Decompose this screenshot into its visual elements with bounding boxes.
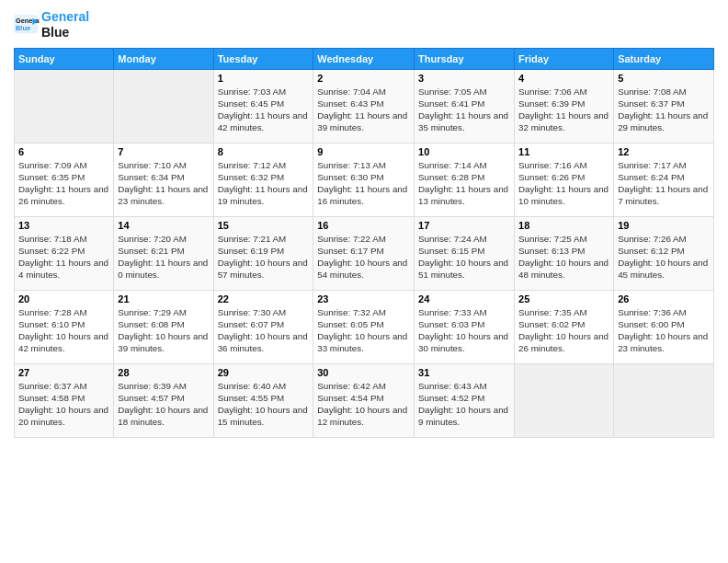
day-info: Sunrise: 7:28 AM Sunset: 6:10 PM Dayligh… — [18, 306, 109, 355]
page-header: General Blue GeneralBlue — [14, 9, 714, 40]
logo-icon: General Blue — [14, 15, 40, 35]
calendar-cell: 22Sunrise: 7:30 AM Sunset: 6:07 PM Dayli… — [213, 290, 313, 363]
weekday-header-sunday: Sunday — [15, 48, 114, 69]
weekday-header-row: SundayMondayTuesdayWednesdayThursdayFrid… — [15, 48, 714, 69]
calendar-cell: 28Sunrise: 6:39 AM Sunset: 4:57 PM Dayli… — [114, 363, 213, 437]
day-info: Sunrise: 6:37 AM Sunset: 4:58 PM Dayligh… — [18, 380, 109, 429]
calendar-cell — [15, 69, 114, 143]
day-info: Sunrise: 7:14 AM Sunset: 6:28 PM Dayligh… — [418, 159, 510, 208]
day-number: 31 — [418, 367, 510, 378]
day-number: 23 — [317, 293, 410, 304]
day-number: 26 — [618, 293, 710, 304]
calendar-cell: 31Sunrise: 6:43 AM Sunset: 4:52 PM Dayli… — [415, 363, 515, 437]
day-info: Sunrise: 7:16 AM Sunset: 6:26 PM Dayligh… — [518, 159, 609, 208]
weekday-header-wednesday: Wednesday — [313, 48, 415, 69]
calendar-cell: 20Sunrise: 7:28 AM Sunset: 6:10 PM Dayli… — [15, 290, 114, 363]
day-info: Sunrise: 7:04 AM Sunset: 6:43 PM Dayligh… — [317, 86, 410, 134]
calendar-cell: 3Sunrise: 7:05 AM Sunset: 6:41 PM Daylig… — [415, 69, 515, 143]
day-number: 10 — [418, 146, 510, 157]
calendar-table: SundayMondayTuesdayWednesdayThursdayFrid… — [14, 48, 714, 438]
day-info: Sunrise: 7:18 AM Sunset: 6:22 PM Dayligh… — [18, 233, 109, 282]
day-info: Sunrise: 7:21 AM Sunset: 6:19 PM Dayligh… — [218, 233, 310, 282]
day-info: Sunrise: 7:13 AM Sunset: 6:30 PM Dayligh… — [317, 159, 410, 208]
day-info: Sunrise: 7:30 AM Sunset: 6:07 PM Dayligh… — [218, 306, 310, 355]
weekday-header-tuesday: Tuesday — [213, 48, 313, 69]
calendar-cell: 26Sunrise: 7:36 AM Sunset: 6:00 PM Dayli… — [614, 290, 714, 363]
day-number: 25 — [518, 293, 609, 304]
day-number: 19 — [618, 220, 710, 231]
calendar-cell — [515, 363, 614, 437]
day-info: Sunrise: 7:09 AM Sunset: 6:35 PM Dayligh… — [18, 159, 109, 208]
calendar-cell: 5Sunrise: 7:08 AM Sunset: 6:37 PM Daylig… — [614, 69, 714, 143]
day-info: Sunrise: 7:25 AM Sunset: 6:13 PM Dayligh… — [518, 233, 609, 282]
day-number: 16 — [317, 220, 410, 231]
day-number: 24 — [418, 293, 510, 304]
calendar-cell: 19Sunrise: 7:26 AM Sunset: 6:12 PM Dayli… — [614, 216, 714, 290]
week-row-1: 1Sunrise: 7:03 AM Sunset: 6:45 PM Daylig… — [15, 69, 714, 143]
calendar-cell: 2Sunrise: 7:04 AM Sunset: 6:43 PM Daylig… — [313, 69, 415, 143]
day-number: 9 — [317, 146, 410, 157]
weekday-header-monday: Monday — [114, 48, 213, 69]
calendar-cell: 29Sunrise: 6:40 AM Sunset: 4:55 PM Dayli… — [213, 363, 313, 437]
day-info: Sunrise: 7:29 AM Sunset: 6:08 PM Dayligh… — [118, 306, 209, 355]
day-number: 18 — [518, 220, 609, 231]
day-info: Sunrise: 7:05 AM Sunset: 6:41 PM Dayligh… — [418, 86, 510, 134]
calendar-cell: 6Sunrise: 7:09 AM Sunset: 6:35 PM Daylig… — [15, 143, 114, 216]
calendar-cell: 7Sunrise: 7:10 AM Sunset: 6:34 PM Daylig… — [114, 143, 213, 216]
week-row-4: 20Sunrise: 7:28 AM Sunset: 6:10 PM Dayli… — [15, 290, 714, 363]
calendar-cell — [114, 69, 213, 143]
day-number: 4 — [518, 73, 609, 84]
calendar-cell: 21Sunrise: 7:29 AM Sunset: 6:08 PM Dayli… — [114, 290, 213, 363]
logo-text: GeneralBlue — [41, 9, 89, 40]
calendar-cell — [614, 363, 714, 437]
calendar-cell: 14Sunrise: 7:20 AM Sunset: 6:21 PM Dayli… — [114, 216, 213, 290]
calendar-cell: 12Sunrise: 7:17 AM Sunset: 6:24 PM Dayli… — [614, 143, 714, 216]
day-number: 5 — [618, 73, 710, 84]
day-number: 2 — [317, 73, 410, 84]
calendar-cell: 16Sunrise: 7:22 AM Sunset: 6:17 PM Dayli… — [313, 216, 415, 290]
weekday-header-friday: Friday — [515, 48, 614, 69]
day-info: Sunrise: 7:03 AM Sunset: 6:45 PM Dayligh… — [218, 86, 310, 134]
day-number: 14 — [118, 220, 209, 231]
calendar-cell: 27Sunrise: 6:37 AM Sunset: 4:58 PM Dayli… — [15, 363, 114, 437]
day-info: Sunrise: 7:08 AM Sunset: 6:37 PM Dayligh… — [618, 86, 710, 134]
day-number: 11 — [518, 146, 609, 157]
calendar-cell: 24Sunrise: 7:33 AM Sunset: 6:03 PM Dayli… — [415, 290, 515, 363]
calendar-cell: 15Sunrise: 7:21 AM Sunset: 6:19 PM Dayli… — [213, 216, 313, 290]
day-number: 21 — [118, 293, 209, 304]
calendar-cell: 25Sunrise: 7:35 AM Sunset: 6:02 PM Dayli… — [515, 290, 614, 363]
day-info: Sunrise: 7:32 AM Sunset: 6:05 PM Dayligh… — [317, 306, 410, 355]
day-info: Sunrise: 7:24 AM Sunset: 6:15 PM Dayligh… — [418, 233, 510, 282]
day-info: Sunrise: 7:33 AM Sunset: 6:03 PM Dayligh… — [418, 306, 510, 355]
day-info: Sunrise: 7:17 AM Sunset: 6:24 PM Dayligh… — [618, 159, 710, 208]
calendar-cell: 17Sunrise: 7:24 AM Sunset: 6:15 PM Dayli… — [415, 216, 515, 290]
day-number: 17 — [418, 220, 510, 231]
day-info: Sunrise: 7:36 AM Sunset: 6:00 PM Dayligh… — [618, 306, 710, 355]
calendar-cell: 1Sunrise: 7:03 AM Sunset: 6:45 PM Daylig… — [213, 69, 313, 143]
day-info: Sunrise: 6:39 AM Sunset: 4:57 PM Dayligh… — [118, 380, 209, 429]
calendar-cell: 11Sunrise: 7:16 AM Sunset: 6:26 PM Dayli… — [515, 143, 614, 216]
calendar-cell: 8Sunrise: 7:12 AM Sunset: 6:32 PM Daylig… — [213, 143, 313, 216]
day-number: 22 — [218, 293, 310, 304]
day-info: Sunrise: 6:43 AM Sunset: 4:52 PM Dayligh… — [418, 380, 510, 429]
day-info: Sunrise: 7:20 AM Sunset: 6:21 PM Dayligh… — [118, 233, 209, 282]
day-number: 3 — [418, 73, 510, 84]
day-number: 7 — [118, 146, 209, 157]
weekday-header-saturday: Saturday — [614, 48, 714, 69]
day-number: 27 — [18, 367, 109, 378]
calendar-cell: 13Sunrise: 7:18 AM Sunset: 6:22 PM Dayli… — [15, 216, 114, 290]
day-number: 13 — [18, 220, 109, 231]
calendar-cell: 23Sunrise: 7:32 AM Sunset: 6:05 PM Dayli… — [313, 290, 415, 363]
day-info: Sunrise: 6:40 AM Sunset: 4:55 PM Dayligh… — [218, 380, 310, 429]
calendar-cell: 18Sunrise: 7:25 AM Sunset: 6:13 PM Dayli… — [515, 216, 614, 290]
day-number: 30 — [317, 367, 410, 378]
day-number: 1 — [218, 73, 310, 84]
week-row-2: 6Sunrise: 7:09 AM Sunset: 6:35 PM Daylig… — [15, 143, 714, 216]
day-number: 6 — [18, 146, 109, 157]
day-number: 20 — [18, 293, 109, 304]
week-row-5: 27Sunrise: 6:37 AM Sunset: 4:58 PM Dayli… — [15, 363, 714, 437]
logo: General Blue GeneralBlue — [14, 9, 89, 40]
day-number: 29 — [218, 367, 310, 378]
day-info: Sunrise: 7:10 AM Sunset: 6:34 PM Dayligh… — [118, 159, 209, 208]
day-info: Sunrise: 7:12 AM Sunset: 6:32 PM Dayligh… — [218, 159, 310, 208]
